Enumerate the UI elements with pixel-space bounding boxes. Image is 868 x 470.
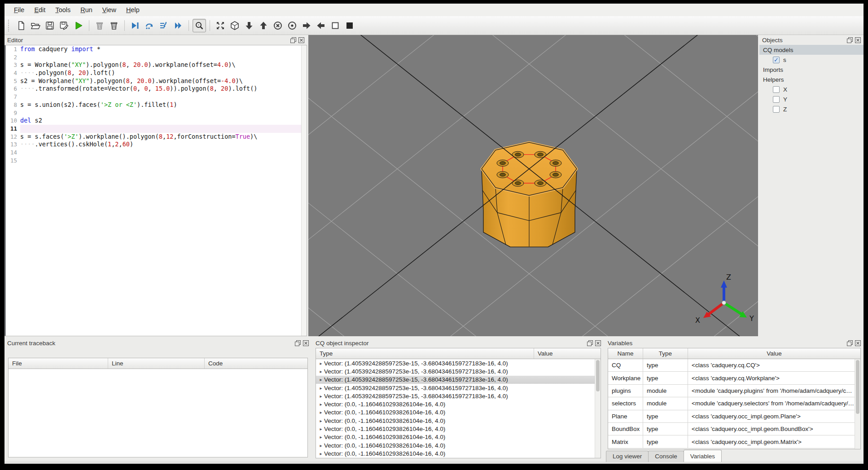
code-editor[interactable]: 1from cadquery import *23s = Workplane("…	[6, 45, 301, 336]
variable-row-boundbox[interactable]: BoundBoxtype<class 'cadquery.occ_impl.ge…	[608, 423, 860, 435]
right-view-button[interactable]	[314, 19, 328, 32]
menu-run[interactable]: Run	[75, 4, 97, 15]
code-text	[20, 125, 301, 133]
code-line: 3s = Workplane("XY").polygon(8, 20.0).wo…	[6, 61, 301, 69]
left-view-button[interactable]	[300, 19, 313, 32]
menu-tools[interactable]: Tools	[50, 4, 75, 15]
save-button[interactable]	[43, 19, 57, 32]
open-button[interactable]	[29, 19, 42, 32]
float-panel-icon[interactable]	[846, 37, 853, 43]
variable-type: module	[643, 385, 688, 397]
expand-arrow-icon[interactable]: ▸	[318, 418, 324, 423]
wireframe-button[interactable]	[329, 19, 342, 32]
front-view-button[interactable]	[271, 19, 285, 32]
expand-arrow-icon[interactable]: ▸	[318, 394, 324, 399]
step-button[interactable]	[143, 19, 156, 32]
render-button[interactable]	[72, 19, 85, 32]
variable-row-cq[interactable]: CQtype<class 'cadquery.cq.CQ'>	[608, 359, 860, 372]
variable-row-plane[interactable]: Planetype<class 'cadquery.occ_impl.geom.…	[608, 410, 860, 423]
inspector-scrollbar[interactable]	[595, 359, 601, 458]
variables-scrollbar[interactable]	[855, 359, 860, 449]
iso-view-button[interactable]	[228, 19, 241, 32]
inspect-button[interactable]	[193, 19, 206, 32]
variable-row-selectors[interactable]: selectorsmodule<module 'cadquery.selecto…	[608, 397, 860, 410]
inspector-row[interactable]: ▸Vector: (0.0, -1.1604610293826104e-16, …	[316, 425, 601, 433]
line-number: 8	[6, 101, 20, 109]
checkbox-y[interactable]	[773, 96, 780, 103]
top-view-button[interactable]	[242, 19, 256, 32]
code-line: 6····.transformed(rotate=Vector(0, 0, 15…	[6, 85, 301, 93]
expand-arrow-icon[interactable]: ▸	[318, 426, 324, 431]
expand-arrow-icon[interactable]: ▸	[318, 451, 324, 456]
inspector-row[interactable]: ▸Vector: (0.0, -1.1604610293826104e-16, …	[316, 417, 601, 425]
inspector-row[interactable]: ▸Vector: (0.0, -1.1604610293826104e-16, …	[316, 449, 601, 457]
expand-arrow-icon[interactable]: ▸	[318, 361, 324, 366]
variable-row-matrix[interactable]: Matrixtype<class 'cadquery.occ_impl.geom…	[608, 435, 860, 448]
checkbox-x[interactable]	[773, 86, 780, 93]
debug-button[interactable]	[128, 19, 142, 32]
shaded-button[interactable]	[343, 19, 356, 32]
objects-item-imports[interactable]: Imports	[759, 65, 864, 75]
new-file-button[interactable]	[14, 19, 28, 32]
close-panel-icon[interactable]	[298, 37, 304, 43]
objects-item-cq-models[interactable]: CQ models	[759, 45, 864, 55]
inspector-row[interactable]: ▸Vector: (1.4053924288597253e-15, -3.680…	[316, 376, 601, 384]
arrow-left-icon	[316, 21, 326, 31]
fit-view-button[interactable]	[214, 19, 227, 32]
expand-arrow-icon[interactable]: ▸	[318, 435, 324, 439]
close-panel-icon[interactable]	[302, 340, 309, 346]
close-panel-icon[interactable]	[855, 37, 861, 43]
expand-arrow-icon[interactable]: ▸	[318, 377, 324, 382]
inspector-row[interactable]: ▸Vector: (0.0, -1.1604610293826104e-16, …	[316, 400, 601, 408]
inspector-row[interactable]: ▸Vector: (0.0, -1.1604610293826104e-16, …	[316, 441, 601, 449]
tab-console[interactable]: Console	[648, 451, 684, 462]
inspector-row[interactable]: ▸Vector: (1.4053924288597253e-15, -3.680…	[316, 359, 601, 367]
expand-arrow-icon[interactable]: ▸	[318, 443, 324, 448]
viewport-3d[interactable]: Z X Y	[308, 35, 758, 336]
delete-all-button[interactable]	[107, 19, 121, 32]
objects-item-y[interactable]: Y	[759, 94, 864, 104]
checkbox-z[interactable]	[773, 106, 780, 113]
continue-button[interactable]	[171, 19, 185, 32]
variable-row-plugins[interactable]: pluginsmodule<module 'cadquery.plugins' …	[608, 385, 860, 397]
objects-tree: CQ models✓sImportsHelpersXYZ	[759, 45, 864, 114]
inspector-row[interactable]: ▸Vector: (0.0, -1.1604610293826104e-16, …	[316, 433, 601, 441]
save-as-button[interactable]	[57, 19, 71, 32]
float-panel-icon[interactable]	[294, 340, 301, 346]
bottom-view-button[interactable]	[257, 19, 270, 32]
cad-model[interactable]	[482, 142, 577, 247]
float-panel-icon[interactable]	[846, 340, 853, 346]
variable-row-workplane[interactable]: Workplanetype<class 'cadquery.cq.Workpla…	[608, 372, 860, 384]
inspector-row[interactable]: ▸Vector: (1.4053924288597253e-15, -3.680…	[316, 392, 601, 400]
menu-edit[interactable]: Edit	[29, 4, 50, 15]
tab-variables[interactable]: Variables	[684, 450, 722, 462]
menu-help[interactable]: Help	[121, 4, 145, 15]
objects-item-helpers[interactable]: Helpers	[759, 75, 864, 84]
inspector-rows: ▸Vector: (1.4053924288597253e-15, -3.680…	[316, 359, 601, 458]
toolbar-drag-handle[interactable]	[8, 20, 12, 31]
close-panel-icon[interactable]	[595, 340, 601, 346]
step-in-button[interactable]	[157, 19, 171, 32]
expand-arrow-icon[interactable]: ▸	[318, 402, 324, 407]
editor-scrollbar[interactable]	[301, 45, 307, 336]
checkbox-s[interactable]: ✓	[773, 57, 780, 63]
menu-file[interactable]: File	[9, 4, 29, 15]
expand-arrow-icon[interactable]: ▸	[318, 410, 324, 415]
objects-item-label: Imports	[763, 66, 783, 73]
objects-item-z[interactable]: Z	[759, 104, 864, 114]
inspector-row[interactable]: ▸Vector: (1.4053924288597253e-15, -3.680…	[316, 367, 601, 375]
expand-arrow-icon[interactable]: ▸	[318, 369, 324, 374]
objects-item-s[interactable]: ✓s	[759, 55, 864, 65]
delete-current-button[interactable]	[93, 19, 106, 32]
inspector-row[interactable]: ▸Vector: (0.0, -1.1604610293826104e-16, …	[316, 409, 601, 417]
menu-bar: FileEditToolsRunViewHelp	[4, 4, 864, 16]
back-view-button[interactable]	[285, 19, 299, 32]
close-panel-icon[interactable]	[855, 340, 861, 346]
float-panel-icon[interactable]	[587, 340, 593, 346]
menu-view[interactable]: View	[97, 4, 121, 15]
expand-arrow-icon[interactable]: ▸	[318, 386, 324, 391]
objects-item-x[interactable]: X	[759, 84, 864, 94]
inspector-row[interactable]: ▸Vector: (1.4053924288597253e-15, -3.680…	[316, 384, 601, 392]
tab-log-viewer[interactable]: Log viewer	[606, 451, 649, 462]
float-panel-icon[interactable]	[290, 37, 296, 43]
